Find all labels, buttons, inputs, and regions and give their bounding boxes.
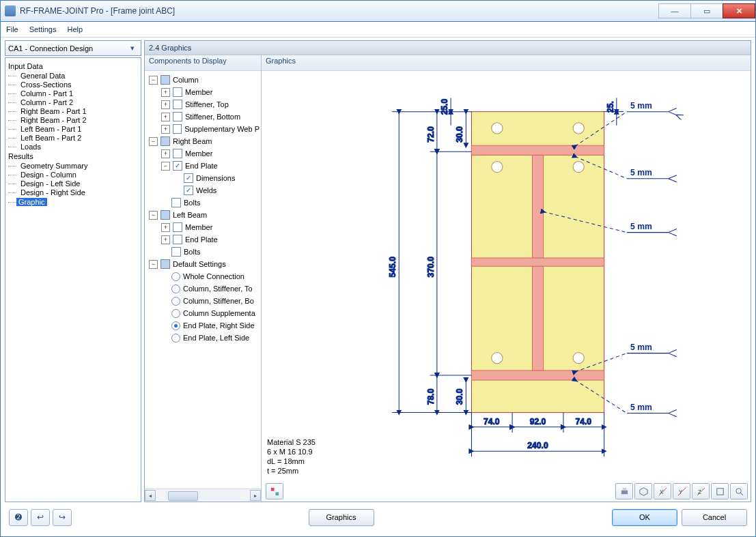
checkbox[interactable]: ✓ bbox=[184, 186, 193, 195]
maximize-button[interactable]: ▭ bbox=[690, 3, 723, 18]
view-z-icon[interactable]: Z bbox=[692, 483, 710, 499]
tree-bolts[interactable]: Bolts bbox=[184, 199, 200, 207]
tree-default-item[interactable]: Column, Stiffener, Bo bbox=[183, 297, 254, 305]
collapse-icon[interactable]: − bbox=[149, 260, 158, 269]
nav-item[interactable]: Design - Right Side bbox=[16, 188, 139, 197]
checkbox[interactable] bbox=[171, 247, 181, 257]
scrollbar-horizontal[interactable]: ◂ ▸ bbox=[145, 489, 261, 502]
menu-file[interactable]: File bbox=[6, 25, 18, 33]
checkbox[interactable] bbox=[173, 222, 182, 232]
graphics-button[interactable]: Graphics bbox=[309, 509, 374, 526]
nav-item[interactable]: Design - Column bbox=[16, 171, 139, 179]
view-iso-icon[interactable] bbox=[634, 483, 652, 499]
prev-button[interactable]: ↩ bbox=[31, 509, 50, 526]
expand-icon[interactable]: + bbox=[161, 88, 170, 97]
nav-tree[interactable]: Input Data General Data Cross-Sections C… bbox=[5, 57, 141, 502]
scroll-right-icon[interactable]: ▸ bbox=[250, 490, 261, 501]
expand-icon[interactable]: + bbox=[161, 223, 170, 232]
nav-item[interactable]: Column - Part 1 bbox=[16, 89, 139, 98]
checkbox[interactable] bbox=[160, 136, 170, 146]
radio[interactable] bbox=[171, 309, 180, 318]
nav-item[interactable]: Loads bbox=[16, 143, 139, 151]
tree-welds[interactable]: Welds bbox=[196, 186, 216, 194]
nav-item[interactable]: Cross-Sections bbox=[16, 81, 139, 89]
tree-default-item[interactable]: End Plate, Right Side bbox=[183, 321, 255, 330]
tree-member[interactable]: Member bbox=[185, 88, 212, 96]
toggle-icon[interactable] bbox=[266, 483, 283, 499]
checkbox[interactable] bbox=[173, 235, 182, 244]
checkbox[interactable] bbox=[160, 259, 170, 269]
tree-member[interactable]: Member bbox=[185, 223, 212, 231]
scroll-thumb[interactable] bbox=[168, 491, 198, 501]
view-x-icon[interactable]: X bbox=[654, 483, 671, 499]
checkbox[interactable] bbox=[160, 210, 170, 220]
tree-member[interactable]: Member bbox=[185, 149, 212, 158]
checkbox[interactable] bbox=[160, 75, 170, 85]
nav-item[interactable]: Column - Part 2 bbox=[16, 98, 139, 106]
nav-item[interactable]: Design - Left Side bbox=[16, 179, 139, 188]
tree-stiffener-top[interactable]: Stiffener, Top bbox=[185, 100, 229, 108]
checkbox[interactable] bbox=[173, 100, 182, 109]
case-dropdown[interactable]: CA1 - Connection Design ▾ bbox=[5, 40, 141, 56]
next-button[interactable]: ↪ bbox=[53, 509, 72, 526]
tree-dimensions[interactable]: Dimensions bbox=[196, 174, 235, 182]
graphics-canvas[interactable]: 545.0 370.0 72.0 bbox=[262, 71, 751, 481]
radio[interactable] bbox=[171, 272, 180, 281]
close-button[interactable]: ✕ bbox=[723, 3, 755, 18]
collapse-icon[interactable]: − bbox=[149, 137, 158, 146]
expand-icon[interactable]: + bbox=[161, 113, 170, 121]
checkbox[interactable] bbox=[173, 149, 182, 158]
tree-bolts[interactable]: Bolts bbox=[184, 248, 200, 256]
help-button[interactable]: ➋ bbox=[9, 509, 28, 526]
radio[interactable] bbox=[171, 297, 180, 306]
components-tree[interactable]: −Column +Member +Stiffener, Top +Stiffen… bbox=[145, 71, 261, 489]
nav-item[interactable]: Right Beam - Part 1 bbox=[16, 107, 139, 115]
tree-supp-web[interactable]: Supplementary Web P bbox=[184, 125, 260, 133]
minimize-button[interactable]: — bbox=[658, 3, 691, 18]
tree-right-beam[interactable]: Right Beam bbox=[173, 137, 212, 145]
svg-text:5 mm: 5 mm bbox=[630, 168, 652, 177]
checkbox[interactable] bbox=[173, 87, 182, 97]
tree-default-item[interactable]: End Plate, Left Side bbox=[183, 334, 249, 342]
expand-icon[interactable]: + bbox=[161, 149, 170, 158]
ok-button[interactable]: OK bbox=[612, 509, 677, 526]
radio[interactable] bbox=[171, 285, 180, 293]
tree-end-plate[interactable]: End Plate bbox=[185, 235, 218, 244]
nav-item[interactable]: Geometry Summary bbox=[16, 162, 139, 170]
expand-icon[interactable]: + bbox=[161, 125, 170, 134]
collapse-icon[interactable]: − bbox=[149, 76, 158, 85]
tree-stiffener-bottom[interactable]: Stiffener, Bottom bbox=[185, 113, 240, 121]
expand-icon[interactable]: + bbox=[161, 235, 170, 244]
tree-end-plate[interactable]: End Plate bbox=[185, 162, 218, 170]
tree-default-item[interactable]: Column, Stiffener, To bbox=[183, 285, 253, 293]
tree-column[interactable]: Column bbox=[173, 76, 199, 84]
components-header: Components to Display bbox=[145, 55, 261, 71]
menu-help[interactable]: Help bbox=[67, 25, 83, 33]
print-icon[interactable] bbox=[615, 483, 633, 499]
radio[interactable] bbox=[171, 334, 180, 343]
checkbox[interactable] bbox=[171, 198, 181, 207]
cancel-button[interactable]: Cancel bbox=[682, 509, 747, 526]
tree-left-beam[interactable]: Left Beam bbox=[173, 211, 207, 219]
menu-settings[interactable]: Settings bbox=[29, 25, 57, 33]
checkbox[interactable] bbox=[173, 112, 182, 121]
checkbox[interactable]: ✓ bbox=[173, 161, 182, 171]
collapse-icon[interactable]: − bbox=[161, 162, 170, 171]
checkbox[interactable]: ✓ bbox=[184, 173, 193, 183]
view-y-icon[interactable]: Y bbox=[673, 483, 690, 499]
view-cube-icon[interactable] bbox=[711, 483, 729, 499]
tree-default-item[interactable]: Whole Connection bbox=[183, 272, 244, 280]
checkbox[interactable] bbox=[173, 124, 182, 134]
tree-default-item[interactable]: Column Supplementa bbox=[183, 309, 255, 317]
nav-item[interactable]: Right Beam - Part 2 bbox=[16, 116, 139, 124]
zoom-extent-icon[interactable] bbox=[730, 483, 748, 499]
expand-icon[interactable]: + bbox=[161, 100, 170, 109]
nav-item[interactable]: General Data bbox=[16, 72, 139, 80]
nav-item[interactable]: Left Beam - Part 1 bbox=[16, 125, 139, 133]
scroll-left-icon[interactable]: ◂ bbox=[145, 490, 156, 501]
tree-defaults[interactable]: Default Settings bbox=[173, 260, 226, 268]
collapse-icon[interactable]: − bbox=[149, 211, 158, 220]
nav-item[interactable]: Left Beam - Part 2 bbox=[16, 134, 139, 142]
nav-item-selected[interactable]: Graphic bbox=[16, 198, 47, 206]
radio-selected[interactable] bbox=[171, 321, 180, 330]
